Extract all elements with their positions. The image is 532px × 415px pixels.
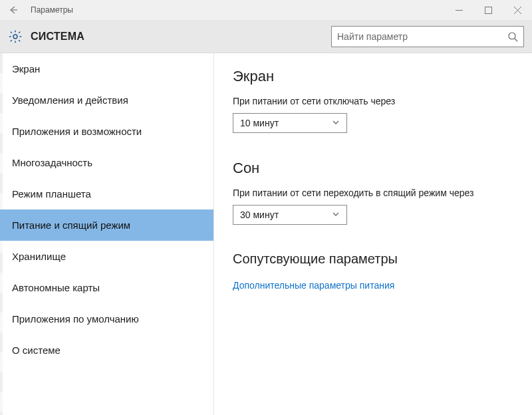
screen-off-label: При питании от сети отключать через [233,96,513,106]
sidebar-item-2[interactable]: Приложения и возможности [0,116,213,147]
content: Экран При питании от сети отключать чере… [214,53,532,415]
additional-power-settings-link[interactable]: Дополнительные параметры питания [233,280,394,291]
search-box[interactable] [331,26,524,47]
sidebar-item-1[interactable]: Уведомления и действия [0,84,213,116]
section-title: СИСТЕМА [31,31,84,43]
arrow-left-icon [8,5,19,15]
window-title: Параметры [27,5,73,15]
titlebar: Параметры [0,0,532,20]
maximize-icon [485,7,492,14]
sleep-label: При питании от сети переходить в спящий … [233,188,513,198]
gear-icon [8,29,23,44]
sidebar-item-label: Автономные карты [12,282,100,293]
minimize-button[interactable] [444,0,473,20]
sidebar-item-0[interactable]: Экран [0,53,213,84]
sidebar: ЭкранУведомления и действияПриложения и … [0,53,214,415]
close-icon [514,7,521,14]
sidebar-item-4[interactable]: Режим планшета [0,178,213,209]
header: СИСТЕМА [0,20,532,53]
screen-heading: Экран [233,68,513,85]
sleep-select[interactable]: 30 минут [233,205,347,225]
sidebar-item-label: Экран [12,63,40,74]
close-button[interactable] [503,0,532,20]
svg-rect-0 [485,7,491,13]
back-button[interactable] [0,0,27,20]
sidebar-item-8[interactable]: Приложения по умолчанию [0,303,213,335]
chevron-down-icon [332,209,340,220]
sleep-heading: Сон [233,160,513,177]
body: ЭкранУведомления и действияПриложения и … [0,53,532,415]
screen-off-value: 10 минут [240,118,279,128]
search-icon [507,31,518,42]
sidebar-item-label: Питание и спящий режим [12,219,130,231]
sidebar-item-label: Приложения по умолчанию [12,313,139,325]
sidebar-item-7[interactable]: Автономные карты [0,272,213,303]
sidebar-item-label: О системе [12,345,61,356]
sidebar-item-5[interactable]: Питание и спящий режим [0,209,213,241]
svg-point-2 [509,33,515,39]
sidebar-item-label: Хранилище [12,251,66,262]
svg-point-1 [13,35,17,39]
maximize-button[interactable] [473,0,503,20]
search-input[interactable] [337,31,507,42]
minimize-icon [456,7,463,14]
sidebar-item-9[interactable]: О системе [0,335,213,366]
related-heading: Сопутсвующие параметры [233,251,513,267]
sidebar-item-6[interactable]: Хранилище [0,241,213,272]
chevron-down-icon [332,118,340,128]
sidebar-item-label: Приложения и возможности [12,126,142,137]
sidebar-item-3[interactable]: Многозадачность [0,147,213,178]
sidebar-item-label: Многозадачность [12,157,92,168]
sidebar-item-label: Режим планшета [12,188,91,200]
sleep-value: 30 минут [240,209,279,220]
sidebar-item-label: Уведомления и действия [12,94,128,106]
screen-off-select[interactable]: 10 минут [233,113,347,133]
